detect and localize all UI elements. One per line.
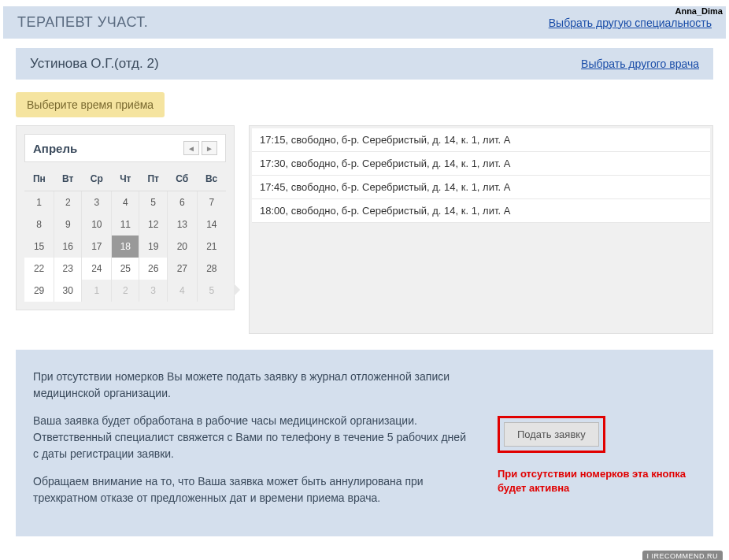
calendar-day[interactable]: 20 bbox=[167, 235, 197, 258]
time-slot[interactable]: 17:15, свободно, б-р. Серебристый, д. 14… bbox=[252, 128, 710, 152]
calendar-day[interactable]: 30 bbox=[54, 280, 82, 302]
calendar-day[interactable]: 11 bbox=[112, 213, 139, 235]
calendar-day[interactable]: 19 bbox=[139, 235, 167, 258]
calendar-day[interactable]: 1 bbox=[82, 280, 112, 302]
calendar-day[interactable]: 15 bbox=[24, 235, 54, 258]
calendar-day[interactable]: 26 bbox=[139, 258, 167, 280]
time-slot[interactable]: 18:00, свободно, б-р. Серебристый, д. 14… bbox=[252, 199, 710, 223]
calendar-next-button[interactable]: ► bbox=[202, 141, 217, 155]
calendar-dow: Сб bbox=[167, 167, 197, 191]
calendar-day[interactable]: 21 bbox=[197, 235, 226, 258]
calendar-dow: Пт bbox=[139, 167, 167, 191]
calendar-day[interactable]: 9 bbox=[54, 213, 82, 235]
time-slot[interactable]: 17:30, свободно, б-р. Серебристый, д. 14… bbox=[252, 152, 710, 176]
calendar-day[interactable]: 13 bbox=[167, 213, 197, 235]
calendar-day[interactable]: 23 bbox=[54, 258, 82, 280]
calendar-day[interactable]: 18 bbox=[112, 235, 139, 258]
calendar-panel: Апрель ◄ ► ПнВтСрЧтПтСбВс 12345678910111… bbox=[16, 125, 235, 310]
footer-paragraph: При отсутствии номерков Вы можете подать… bbox=[33, 369, 474, 402]
select-time-prompt: Выберите время приёма bbox=[16, 92, 165, 117]
calendar-day[interactable]: 7 bbox=[197, 191, 226, 214]
time-slot[interactable]: 17:45, свободно, б-р. Серебристый, д. 14… bbox=[252, 176, 710, 199]
calendar-prev-button[interactable]: ◄ bbox=[183, 141, 199, 155]
calendar-day[interactable]: 8 bbox=[24, 213, 54, 235]
specialty-title: ТЕРАПЕВТ УЧАСТ. bbox=[17, 14, 148, 31]
calendar-day[interactable]: 17 bbox=[82, 235, 112, 258]
calendar-dow: Чт bbox=[112, 167, 139, 191]
calendar-day[interactable]: 28 bbox=[197, 258, 226, 280]
calendar-header: Апрель ◄ ► bbox=[24, 134, 226, 162]
calendar-day[interactable]: 4 bbox=[112, 191, 139, 214]
calendar-dow: Пн bbox=[24, 167, 54, 191]
time-slots-panel: 17:15, свободно, б-р. Серебристый, д. 14… bbox=[249, 125, 713, 334]
calendar-day[interactable]: 10 bbox=[82, 213, 112, 235]
calendar-day[interactable]: 24 bbox=[82, 258, 112, 280]
calendar-day[interactable]: 29 bbox=[24, 280, 54, 302]
calendar-day[interactable]: 5 bbox=[139, 191, 167, 214]
submit-highlight-box: Подать заявку bbox=[498, 416, 605, 453]
doctor-header: Устинова О.Г.(отд. 2) Выбрать другого вр… bbox=[16, 48, 713, 80]
change-specialty-link[interactable]: Выбрать другую специальность bbox=[549, 17, 712, 29]
submit-request-button[interactable]: Подать заявку bbox=[504, 422, 599, 447]
calendar-day[interactable]: 25 bbox=[112, 258, 139, 280]
doctor-name: Устинова О.Г.(отд. 2) bbox=[30, 56, 159, 72]
calendar-day[interactable]: 16 bbox=[54, 235, 82, 258]
calendar-dow: Ср bbox=[82, 167, 112, 191]
footer-paragraph: Обращаем внимание на то, что Ваша заявка… bbox=[33, 473, 474, 506]
change-doctor-link[interactable]: Выбрать другого врача bbox=[581, 57, 699, 70]
calendar-day[interactable]: 1 bbox=[24, 191, 54, 214]
calendar-day[interactable]: 12 bbox=[139, 213, 167, 235]
calendar-dow: Вс bbox=[197, 167, 226, 191]
calendar-day[interactable]: 3 bbox=[139, 280, 167, 302]
calendar-day[interactable]: 2 bbox=[112, 280, 139, 302]
calendar-day[interactable]: 4 bbox=[167, 280, 197, 302]
calendar-day[interactable]: 2 bbox=[54, 191, 82, 214]
calendar-day[interactable]: 3 bbox=[82, 191, 112, 214]
calendar-day[interactable]: 22 bbox=[24, 258, 54, 280]
calendar-day[interactable]: 6 bbox=[167, 191, 197, 214]
calendar-month: Апрель bbox=[33, 142, 77, 155]
specialty-header: ТЕРАПЕВТ УЧАСТ. Выбрать другую специальн… bbox=[3, 6, 726, 39]
footer-text: При отсутствии номерков Вы можете подать… bbox=[33, 369, 474, 517]
calendar-dow: Вт bbox=[54, 167, 82, 191]
watermark-top: Anna_Dima bbox=[675, 6, 723, 16]
footer-note: При отсутствии номерков эта кнопка будет… bbox=[498, 467, 686, 495]
calendar-day[interactable]: 5 bbox=[197, 280, 226, 302]
calendar-day[interactable]: 14 bbox=[197, 213, 226, 235]
watermark-bottom: I IRECOMMEND.RU bbox=[642, 551, 723, 560]
footer-panel: При отсутствии номерков Вы можете подать… bbox=[16, 350, 713, 536]
calendar-day[interactable]: 27 bbox=[167, 258, 197, 280]
footer-paragraph: Ваша заявка будет обработана в рабочие ч… bbox=[33, 413, 474, 462]
calendar-grid: ПнВтСрЧтПтСбВс 1234567891011121314151617… bbox=[24, 167, 226, 302]
